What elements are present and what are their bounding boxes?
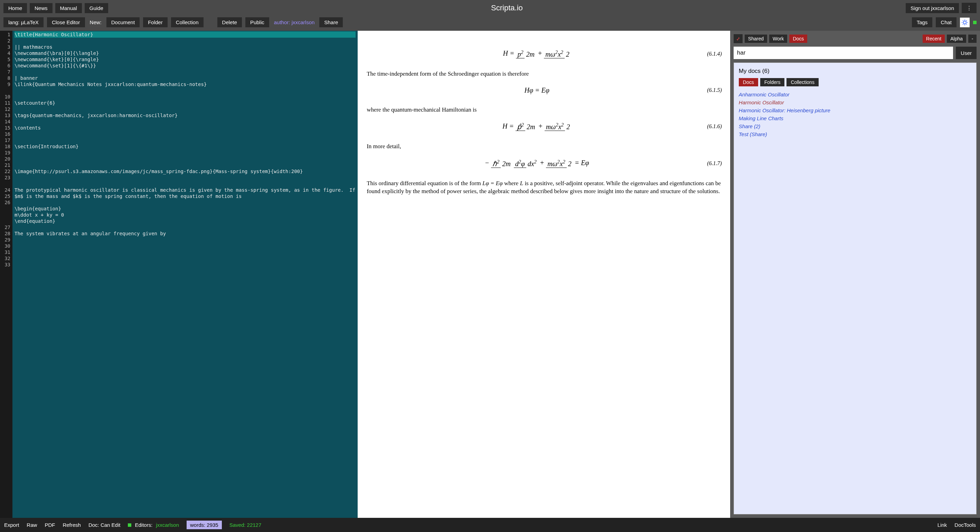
- doc-list-item[interactable]: Anharmonic Oscillator: [739, 91, 971, 98]
- alpha-button[interactable]: Alpha: [947, 35, 966, 43]
- public-button[interactable]: Public: [245, 17, 269, 27]
- equation-3-number: (6.1.6): [707, 123, 723, 130]
- editor-gutter: 1234567891011121314151617181920212223242…: [0, 31, 13, 518]
- editors-status: Editors: jxxcarlson: [128, 522, 179, 528]
- share-button[interactable]: Share: [319, 17, 343, 27]
- app-title: Scripta.io: [491, 3, 523, 13]
- link-button[interactable]: Link: [937, 522, 947, 528]
- recent-button[interactable]: Recent: [923, 35, 945, 43]
- dash-button[interactable]: -: [968, 35, 977, 43]
- equation-3: H = p̂22m + mω2x22 (6.1.6): [367, 122, 723, 131]
- doc-can-edit-label[interactable]: Doc: Can Edit: [89, 522, 121, 528]
- editor-pane[interactable]: 1234567891011121314151617181920212223242…: [0, 31, 358, 518]
- word-count: words: 2935: [186, 521, 222, 529]
- preview-paragraph-2: where the quantum-mechanical Hamiltonian…: [367, 106, 723, 114]
- editors-dot-icon: [128, 523, 131, 527]
- delete-button[interactable]: Delete: [217, 17, 242, 27]
- equation-2-number: (6.1.5): [707, 87, 723, 93]
- new-folder-button[interactable]: Folder: [143, 17, 168, 27]
- raw-button[interactable]: Raw: [27, 522, 37, 528]
- home-button[interactable]: Home: [3, 3, 27, 13]
- tab-docs[interactable]: Docs: [739, 78, 758, 86]
- guide-button[interactable]: Guide: [85, 3, 108, 13]
- doc-list-item[interactable]: Harmonic Oscillator: Heisenberg picture: [739, 106, 971, 114]
- pin-icon[interactable]: [733, 34, 743, 43]
- doc-list-item[interactable]: Test (Share): [739, 130, 971, 138]
- right-pane: Shared Work Docs Recent Alpha - User My …: [730, 31, 980, 518]
- preview-paragraph-3: In more detail,: [367, 143, 723, 151]
- new-collection-button[interactable]: Collection: [171, 17, 204, 27]
- manual-button[interactable]: Manual: [55, 3, 82, 13]
- docs-panel-title: My docs (6): [739, 68, 971, 75]
- signout-button[interactable]: Sign out jxxcarlson: [906, 3, 959, 13]
- editor-code[interactable]: \title{Harmonic Oscillator}|| mathmacros…: [13, 31, 358, 518]
- author-link[interactable]: author: jxxcarlson: [273, 17, 316, 27]
- news-button[interactable]: News: [30, 3, 52, 13]
- refresh-button[interactable]: Refresh: [62, 522, 81, 528]
- docs-button[interactable]: Docs: [789, 35, 807, 43]
- equation-4-number: (6.1.7): [707, 160, 723, 167]
- tab-collections[interactable]: Collections: [786, 78, 818, 86]
- close-editor-button[interactable]: Close Editor: [47, 17, 85, 27]
- doctools-button[interactable]: DocTools: [955, 522, 976, 528]
- docs-panel: My docs (6) Docs Folders Collections Anh…: [733, 62, 977, 515]
- new-label: New:: [89, 17, 103, 27]
- export-button[interactable]: Export: [4, 522, 19, 528]
- bug-icon[interactable]: [960, 17, 970, 27]
- doc-list-item[interactable]: Making Line Charts: [739, 114, 971, 122]
- user-button[interactable]: User: [956, 47, 977, 59]
- new-document-button[interactable]: Document: [107, 17, 140, 27]
- doc-list-item[interactable]: Share (2): [739, 122, 971, 130]
- status-dot-icon: [973, 21, 977, 24]
- search-input[interactable]: [733, 47, 953, 59]
- preview-pane: H = p22m + mω2x22 (6.1.4) The time-indep…: [358, 31, 730, 518]
- equation-4: − ℏ22m d2φdx2 + mω2x22 = Eφ (6.1.7): [367, 159, 723, 168]
- preview-paragraph-1: The time-independent form of the Schroed…: [367, 70, 723, 78]
- preview-paragraph-4: This ordinary differential equation is o…: [367, 179, 723, 195]
- chat-button[interactable]: Chat: [936, 17, 956, 27]
- overflow-menu-button[interactable]: ⋮: [962, 3, 977, 13]
- equation-2: Hφ = Eφ (6.1.5): [367, 86, 723, 94]
- equation-1-number: (6.1.4): [707, 51, 723, 57]
- work-button[interactable]: Work: [769, 35, 787, 43]
- tab-folders[interactable]: Folders: [760, 78, 785, 86]
- saved-status: Saved: 22127: [229, 522, 262, 528]
- pdf-button[interactable]: PDF: [45, 522, 55, 528]
- equation-1: H = p22m + mω2x22 (6.1.4): [367, 49, 723, 59]
- shared-button[interactable]: Shared: [745, 35, 767, 43]
- tags-button[interactable]: Tags: [912, 17, 933, 27]
- doc-list-item[interactable]: Harmonic Oscillator: [739, 98, 971, 106]
- lang-button[interactable]: lang: µLaTeX: [3, 17, 43, 27]
- svg-point-0: [963, 21, 966, 24]
- editors-value: jxxcarlson: [156, 522, 179, 528]
